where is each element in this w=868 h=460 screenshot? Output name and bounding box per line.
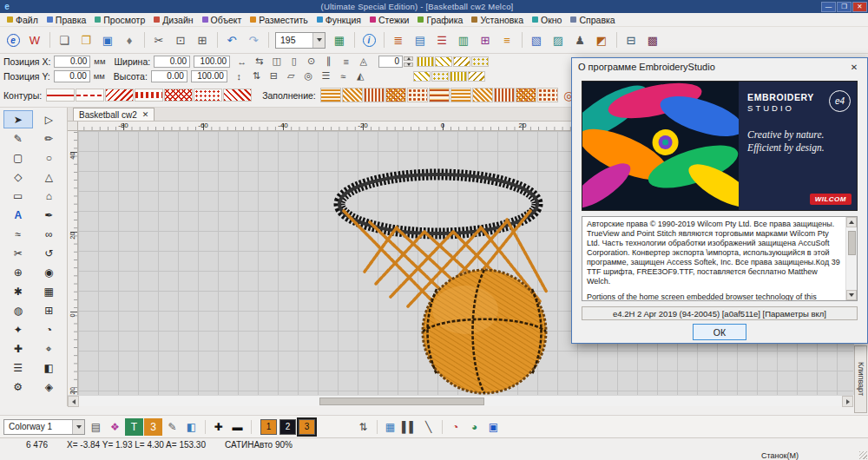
menu-item[interactable]: Дизайн (149, 14, 197, 26)
scroll-right-icon[interactable] (842, 396, 853, 407)
colorbar-icon[interactable]: ◕ (465, 418, 483, 436)
colorbar-icon[interactable]: ▬ (228, 418, 247, 436)
toolbar-icon[interactable]: i (358, 30, 379, 50)
menu-item[interactable]: Стежки (365, 14, 413, 26)
colorbar-icon[interactable] (373, 418, 380, 436)
toolbar-icon[interactable]: ♟ (569, 30, 590, 50)
tool-button[interactable]: ✚ (3, 339, 33, 358)
color-chip[interactable]: 3 (299, 419, 315, 435)
color-chip[interactable]: 2 (279, 419, 296, 435)
menu-item[interactable]: Окно (528, 14, 566, 26)
stitch-effect-icon[interactable] (471, 56, 489, 67)
tool-button[interactable]: ✂ (3, 244, 33, 262)
outline-style-icon[interactable] (76, 89, 104, 102)
fill-style-icon[interactable] (472, 88, 493, 102)
toolbar-icon[interactable]: ▤ (410, 30, 431, 50)
menu-item[interactable]: Функция (312, 14, 365, 26)
outline-style-icon[interactable] (135, 89, 163, 102)
outline-style-icon[interactable] (194, 89, 222, 102)
tool-button[interactable]: ▢ (3, 148, 33, 167)
colorbar-icon[interactable]: ╲ (419, 418, 437, 436)
colorbar-icon[interactable]: ▌▌ (400, 418, 418, 436)
toolbar-icon[interactable] (613, 30, 620, 50)
menu-item[interactable]: Разместить (246, 14, 312, 26)
fill-style-icon[interactable] (537, 88, 558, 102)
colorbar-icon[interactable]: T (125, 418, 143, 436)
colorbar-icon[interactable]: ◧ (182, 418, 201, 436)
toolbar-icon[interactable]: ↶ (221, 30, 242, 50)
angle-value[interactable]: 0 (378, 56, 403, 68)
tool-button[interactable]: ◧ (35, 358, 64, 377)
tool-button[interactable]: ✦ (3, 320, 33, 338)
scroll-left-icon[interactable] (68, 396, 79, 407)
angle-spinner[interactable]: 0 (378, 56, 413, 68)
tool-button[interactable]: ✱ (3, 282, 33, 300)
colorbar-icon[interactable]: ✚ (209, 418, 227, 436)
tool-button[interactable]: ⚙ (3, 378, 33, 396)
colorbar-icon[interactable] (247, 418, 254, 436)
toolbar-icon[interactable]: e (3, 30, 23, 50)
fill-style-icon[interactable] (320, 88, 341, 102)
colorbar-icon[interactable]: ❖ (106, 418, 124, 436)
param-icon[interactable]: ☰ (318, 69, 334, 82)
h-scroll-thumb[interactable] (319, 398, 484, 405)
menu-item[interactable]: Справка (566, 14, 619, 26)
resize-grip[interactable] (859, 451, 867, 459)
docker-tab-clipart[interactable]: Клипварт (854, 345, 867, 413)
toolbar-icon[interactable] (141, 30, 148, 50)
tool-button[interactable]: ○ (35, 148, 64, 167)
toolbar-icon[interactable]: ≡ (496, 30, 517, 50)
toolbar-icon[interactable] (214, 30, 220, 50)
fill-style-icon[interactable] (494, 88, 515, 102)
fill-style-icon[interactable] (342, 88, 363, 102)
param-icon[interactable]: ⇅ (248, 69, 265, 82)
colorbar-icon[interactable]: ✎ (163, 418, 181, 436)
stitch-effect-icon[interactable] (450, 71, 467, 82)
toolbar-icon[interactable]: ❏ (54, 30, 75, 50)
colorbar-icon[interactable] (438, 418, 445, 436)
ok-button[interactable]: ОК (693, 324, 746, 340)
tool-button[interactable]: ✏ (35, 129, 64, 148)
colorway-select[interactable]: Colorway 1 (3, 419, 85, 435)
param-icon[interactable]: ⇆ (251, 55, 267, 68)
tool-button[interactable]: ▷ (35, 110, 64, 128)
tool-button[interactable]: △ (35, 168, 64, 186)
height-percent-input[interactable]: 100.00 (191, 70, 227, 82)
tool-button[interactable]: ⌂ (35, 187, 64, 205)
menu-item[interactable]: Графика (413, 14, 467, 26)
menu-item[interactable]: Установка (467, 14, 528, 26)
fill-style-icon[interactable] (429, 88, 450, 102)
tool-button[interactable]: ✎ (3, 129, 33, 148)
dialog-scrollbar[interactable] (845, 217, 857, 300)
tool-button[interactable]: ◈ (35, 378, 64, 396)
width-percent-input[interactable]: 100.00 (194, 56, 230, 68)
colorbar-icon[interactable]: ▦ (381, 418, 399, 436)
zoom-combobox[interactable]: 195 (275, 32, 326, 49)
stitch-effect-icon[interactable] (431, 71, 449, 82)
tool-button[interactable]: ➤ (3, 110, 33, 128)
toolbar-icon[interactable] (46, 30, 53, 50)
param-icon[interactable]: ◫ (268, 55, 285, 68)
param-icon[interactable]: ◭ (352, 69, 369, 82)
toolbar-icon[interactable]: ❐ (76, 30, 96, 50)
param-icon[interactable]: ⊙ (303, 55, 319, 68)
toolbar-icon[interactable]: ⊞ (192, 30, 213, 50)
toolbar-icon[interactable]: ♦ (119, 30, 140, 50)
toolbar-icon[interactable]: ↷ (243, 30, 264, 50)
colorbar-icon[interactable] (201, 418, 208, 436)
tool-button[interactable]: A (3, 206, 33, 224)
tool-button[interactable]: ◍ (3, 301, 33, 319)
menu-item[interactable]: Файл (3, 14, 43, 26)
copyright-textbox[interactable]: Авторские права © 1990-2019 Wilcom Pty L… (582, 216, 858, 301)
param-icon[interactable]: ⊟ (266, 69, 282, 82)
minimize-button[interactable]: — (821, 2, 836, 12)
fill-style-icon[interactable] (516, 88, 536, 102)
toolbar-icon[interactable]: ☰ (431, 30, 452, 50)
tool-button[interactable]: ◔ (35, 320, 64, 338)
param-icon[interactable]: ◎ (300, 69, 317, 82)
horizontal-scrollbar[interactable] (68, 395, 853, 406)
param-icon[interactable]: ▯ (286, 55, 302, 68)
outline-style-icon[interactable] (223, 89, 252, 102)
dialog-scroll-thumb[interactable] (848, 231, 856, 255)
toolbar-icon[interactable]: ⊟ (621, 30, 641, 50)
